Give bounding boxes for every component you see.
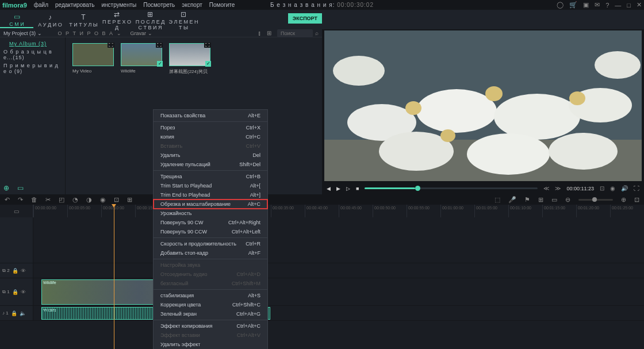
tab-effects[interactable]: ⊞П О С Л Е Д С Т В И Я	[133, 9, 167, 30]
timeline-settings-icon[interactable]: ▭	[14, 208, 19, 214]
grid-view-icon[interactable]: ⊞	[267, 30, 271, 36]
menu-edit[interactable]: редактировать	[55, 2, 94, 8]
ctx-item[interactable]: УдалитьDel	[154, 151, 267, 160]
preview-scrubber[interactable]	[365, 187, 538, 189]
menu-file[interactable]: файл	[34, 2, 48, 8]
sidebar-item-myalbum[interactable]: My Album (3)	[3, 40, 62, 48]
sidebar-item-examples[interactable]: П р и м е р ы в и д е о (9)	[3, 62, 62, 75]
crop-icon[interactable]: ◰	[59, 196, 64, 204]
ctx-item[interactable]: Trim End to PlayheadAlt+]	[154, 190, 267, 200]
ctx-item[interactable]: Удаление пульсацийShift+Del	[154, 160, 267, 169]
minimize-icon[interactable]: —	[615, 2, 621, 9]
maximize-icon[interactable]: □	[627, 2, 631, 9]
menu-tools[interactable]: инструменты	[101, 2, 136, 8]
project-dropdown[interactable]: My Project (3) ⌄	[3, 30, 42, 36]
ctx-item[interactable]: Эффект копированияCtrl+Alt+C	[154, 321, 267, 331]
ctx-item[interactable]: Урожайность	[154, 209, 267, 218]
more-icon[interactable]: ⊞	[127, 196, 132, 204]
volume-icon[interactable]: 🔊	[621, 185, 628, 191]
ctx-item[interactable]: Удалить эффект	[154, 340, 267, 349]
marker-icon[interactable]: ⚑	[524, 196, 530, 204]
menu-export[interactable]: экспорт	[182, 2, 202, 8]
tab-titles[interactable]: TТ И Т У Л Ы	[67, 12, 100, 28]
export-button[interactable]: ЭКСПОРТ	[288, 13, 322, 24]
stop-button[interactable]: ■	[356, 186, 359, 191]
ctx-item[interactable]: Коррекция цветаCtrl+Shift+C	[154, 300, 267, 309]
snapshot-icon[interactable]: ⊡	[600, 185, 604, 191]
snapshot-camera-icon[interactable]: ◉	[610, 185, 615, 191]
color-icon[interactable]: ◑	[86, 196, 92, 204]
tab-media[interactable]: ▭С М И	[0, 11, 33, 28]
search-icon[interactable]: ⌕	[315, 30, 319, 36]
window-icons: ◯ 🛒 ▣ ✉ ? — □ ✕	[557, 1, 642, 9]
prev-frame-button[interactable]: ◀	[327, 186, 331, 191]
track-audio[interactable]: ♪ 1 🔒 🔈 Wildlife	[0, 306, 644, 321]
lock-icon[interactable]: 🔒	[12, 289, 18, 295]
zoom-slider[interactable]	[578, 199, 613, 201]
ctx-item[interactable]: Скорость и продолжительностьCtrl+R	[154, 239, 267, 248]
track-effects[interactable]: ⧉ 2 🔒 👁	[0, 263, 644, 278]
zoom-in-icon[interactable]: ⊕	[621, 196, 626, 204]
feed-icon[interactable]: ▣	[583, 1, 589, 9]
ctx-item[interactable]: Добавить стоп-кадрAlt+F	[154, 248, 267, 258]
sidebar-item-samples[interactable]: О б р а з ц ы ц в е...(15)	[3, 48, 62, 62]
eye-icon[interactable]: 👁	[21, 268, 26, 274]
speed-icon[interactable]: ◔	[72, 196, 78, 204]
delete-icon[interactable]: 🗑	[31, 196, 37, 203]
menu-help[interactable]: Помогите	[209, 2, 235, 8]
mixer-icon[interactable]: ⬚	[494, 196, 500, 204]
preview-video[interactable]	[324, 30, 642, 181]
next-frame-button[interactable]: ▷	[346, 186, 350, 191]
sort-label[interactable]: О Р Т И Р О В А ⌄	[58, 30, 122, 36]
ctx-item[interactable]: копияCtrl+C	[154, 132, 267, 141]
playhead[interactable]	[114, 205, 114, 349]
user-icon[interactable]: ◯	[557, 1, 564, 9]
eye-icon[interactable]: 👁	[21, 289, 26, 295]
advanced-icon[interactable]: ⊡	[114, 196, 119, 204]
timeline-ruler[interactable]: ▭ 00:00:00:00 00:00:05:00 00:00:10:00 00…	[0, 205, 644, 217]
mute-icon[interactable]: 🔈	[20, 310, 26, 316]
track-video[interactable]: ⧉ 1 🔒 👁 Wildlife	[0, 278, 644, 306]
ctx-item[interactable]: Повернуть 90 CCWCtrl+Alt+Left	[154, 227, 267, 236]
zoom-fit-icon[interactable]: ⊡	[634, 196, 639, 204]
fullscreen-icon[interactable]: ⛶	[634, 185, 639, 191]
media-item[interactable]: ⛶✓ 屏幕截图(224)拷贝	[169, 43, 210, 75]
help-icon[interactable]: ?	[605, 2, 609, 9]
ctx-item[interactable]: стабилизацияAlt+S	[154, 291, 267, 300]
ctx-item[interactable]: Обрезка и масштабированиеAlt+C	[154, 200, 267, 209]
undo-icon[interactable]: ↶	[5, 196, 10, 204]
zoom-out-icon[interactable]: ⊖	[565, 196, 570, 204]
title-bar: filmora9 файл редактировать инструменты …	[0, 0, 644, 10]
tab-audio[interactable]: ♪А У Д И О	[33, 12, 67, 28]
lock-icon[interactable]: 🔒	[11, 310, 17, 316]
mark-in-button[interactable]: ≪	[543, 185, 549, 191]
ctx-item[interactable]: ПорезCtrl+X	[154, 123, 267, 132]
redo-icon[interactable]: ↷	[18, 196, 23, 204]
render-icon[interactable]: ⊞	[538, 196, 543, 204]
folder-icon[interactable]: ▭	[17, 184, 24, 192]
manage-icon[interactable]: ▭	[551, 196, 557, 204]
ctx-item[interactable]: Trim Start to PlayheadAlt+[	[154, 181, 267, 190]
record-button[interactable]: Gravar ⌄	[131, 30, 152, 36]
cart-icon[interactable]: 🛒	[569, 1, 577, 9]
mail-icon[interactable]: ✉	[595, 1, 600, 9]
close-icon[interactable]: ✕	[637, 1, 642, 9]
play-button[interactable]: ▶	[336, 186, 340, 191]
filter-icon[interactable]: ⫿	[258, 30, 261, 36]
lock-icon[interactable]: 🔒	[12, 268, 18, 274]
media-item[interactable]: ⛶ My Video	[72, 43, 114, 74]
tab-elements[interactable]: ⊡Э Л Е М Е Н Т Ы	[167, 9, 200, 30]
ctx-item[interactable]: Показать свойстваAlt+E	[154, 111, 267, 120]
mark-out-button[interactable]: ≫	[555, 185, 561, 191]
tab-transitions[interactable]: ⇄П Е Р Е Х О Д	[100, 9, 133, 30]
ctx-item[interactable]: ТрещинаCtrl+B	[154, 172, 267, 181]
ctx-item[interactable]: Повернуть 90 CWCtrl+Alt+Right	[154, 218, 267, 227]
split-icon[interactable]: ✂	[45, 196, 51, 204]
media-item[interactable]: ⛶✓ Wildlife	[121, 43, 162, 74]
menu-view[interactable]: Посмотреть	[143, 2, 175, 8]
add-folder-icon[interactable]: ⊕	[3, 184, 9, 192]
mic-icon[interactable]: 🎤	[508, 196, 516, 204]
greenscreen-icon[interactable]: ◉	[100, 196, 106, 204]
search-input[interactable]	[277, 29, 313, 37]
ctx-item[interactable]: Зеленый экранCtrl+Alt+G	[154, 309, 267, 319]
